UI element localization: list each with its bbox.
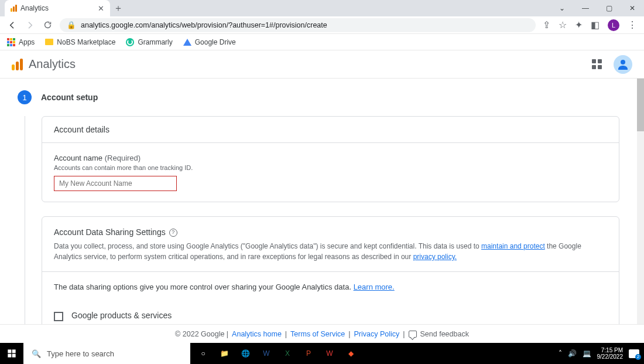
- svg-rect-2: [12, 349, 16, 353]
- account-name-input[interactable]: [54, 176, 177, 191]
- new-tab-button[interactable]: ＋: [110, 0, 126, 16]
- feedback-icon: [409, 331, 417, 338]
- link-privacy-policy[interactable]: privacy policy.: [413, 253, 457, 261]
- tray-clock[interactable]: 7:15 PM 9/22/2022: [597, 347, 624, 360]
- close-window-button[interactable]: ✕: [621, 0, 644, 16]
- data-sharing-card: Account Data Sharing Settings ? Data you…: [42, 216, 619, 324]
- bookmark-nobs[interactable]: NoBS Marketplace: [45, 38, 115, 46]
- taskbar-excel-icon[interactable]: X: [277, 343, 298, 364]
- share-icon[interactable]: ⇪: [543, 19, 550, 30]
- account-name-hint: Accounts can contain more than one track…: [54, 164, 607, 171]
- step-title: Account setup: [41, 93, 98, 102]
- taskbar-app-icon[interactable]: W: [319, 343, 340, 364]
- reload-button[interactable]: [42, 21, 53, 29]
- option-google-products: Google products & services If you have e…: [42, 302, 619, 325]
- taskbar-word-icon[interactable]: W: [256, 343, 277, 364]
- data-sharing-title: Account Data Sharing Settings ?: [54, 226, 607, 239]
- footer-link-privacy[interactable]: Privacy Policy: [354, 330, 399, 338]
- link-learn-more[interactable]: Learn more.: [354, 283, 395, 291]
- tray-network-icon[interactable]: 💻: [583, 349, 591, 358]
- start-button[interactable]: [0, 343, 23, 364]
- forward-button[interactable]: [25, 21, 35, 30]
- taskbar-brave-icon[interactable]: ◆: [340, 343, 361, 364]
- taskbar-explorer-icon[interactable]: 📁: [214, 343, 235, 364]
- option-title: Google products & services: [71, 311, 607, 320]
- tray-chevron-icon[interactable]: ˄: [559, 349, 562, 358]
- brand[interactable]: Analytics: [12, 57, 76, 71]
- bookmark-gdrive[interactable]: Google Drive: [183, 38, 236, 46]
- footer-link-feedback[interactable]: Send feedback: [420, 330, 469, 338]
- extensions-icon[interactable]: ✦: [575, 19, 583, 30]
- page-footer: © 2022 Google | Analytics home| Terms of…: [0, 324, 644, 343]
- bookmark-apps[interactable]: Apps: [7, 38, 35, 46]
- scrollbar-track[interactable]: [637, 79, 644, 324]
- browser-tab-strip: Analytics ✕ ＋ ⌄ — ▢ ✕: [0, 0, 644, 16]
- tabs-dropdown-icon[interactable]: ⌄: [550, 0, 574, 16]
- card-title-account-details: Account details: [42, 117, 619, 143]
- profile-avatar[interactable]: L: [608, 19, 619, 31]
- scrollbar-thumb[interactable]: [637, 79, 644, 131]
- bookmarks-bar: Apps NoBS Marketplace Grammarly Google D…: [0, 34, 644, 50]
- star-icon[interactable]: ☆: [559, 19, 567, 30]
- browser-menu-icon[interactable]: ⋮: [628, 19, 637, 30]
- search-icon: 🔍: [32, 349, 41, 358]
- svg-rect-1: [8, 349, 11, 353]
- taskbar-cortana-icon[interactable]: ○: [193, 343, 214, 364]
- side-panel-icon[interactable]: ◧: [591, 19, 600, 30]
- svg-rect-4: [12, 354, 16, 358]
- close-tab-icon[interactable]: ✕: [98, 4, 104, 13]
- taskbar-search[interactable]: 🔍 Type here to search: [23, 343, 190, 364]
- analytics-favicon: [11, 5, 17, 12]
- window-controls: ⌄ — ▢ ✕: [550, 0, 644, 16]
- apps-icon: [7, 38, 15, 46]
- app-header: Analytics: [0, 50, 644, 79]
- url-text: analytics.google.com/analytics/web/provi…: [81, 21, 327, 29]
- step-number-badge: 1: [18, 90, 32, 104]
- browser-tab-analytics[interactable]: Analytics ✕: [5, 0, 110, 16]
- taskbar-chrome-icon[interactable]: 🌐: [235, 343, 256, 364]
- folder-icon: [45, 39, 53, 45]
- tab-title: Analytics: [20, 4, 49, 12]
- back-button[interactable]: [7, 21, 18, 30]
- svg-point-0: [621, 60, 625, 64]
- step-header: 1 Account setup: [18, 90, 619, 104]
- content-viewport: 1 Account setup Account details Account …: [0, 79, 644, 324]
- gdrive-icon: [183, 39, 191, 46]
- maximize-button[interactable]: ▢: [597, 0, 621, 16]
- account-name-label: Account name (Required): [54, 154, 607, 162]
- analytics-logo-icon: [12, 59, 23, 70]
- footer-copyright: © 2022 Google |: [175, 330, 228, 338]
- address-bar: 🔒 analytics.google.com/analytics/web/pro…: [0, 16, 644, 34]
- brand-name: Analytics: [29, 57, 76, 71]
- footer-link-tos[interactable]: Terms of Service: [290, 330, 345, 338]
- minimize-button[interactable]: —: [574, 0, 597, 16]
- data-sharing-intro: The data sharing options give you more c…: [54, 283, 354, 291]
- url-field[interactable]: 🔒 analytics.google.com/analytics/web/pro…: [60, 18, 536, 32]
- link-maintain-protect[interactable]: maintain and protect: [481, 242, 545, 250]
- data-sharing-desc: Data you collect, process, and store usi…: [54, 241, 607, 262]
- svg-rect-3: [8, 354, 11, 358]
- windows-taskbar: 🔍 Type here to search ○ 📁 🌐 W X P W ◆ ˄ …: [0, 343, 644, 364]
- user-avatar[interactable]: [614, 55, 632, 74]
- lock-icon: 🔒: [67, 21, 76, 29]
- apps-grid-icon[interactable]: [592, 59, 602, 69]
- footer-link-home[interactable]: Analytics home: [232, 330, 282, 338]
- help-icon[interactable]: ?: [169, 229, 177, 237]
- grammarly-icon: [126, 38, 134, 46]
- taskbar-powerpoint-icon[interactable]: P: [298, 343, 319, 364]
- tray-notifications-icon[interactable]: [629, 349, 639, 358]
- account-details-card: Account details Account name (Required) …: [42, 116, 619, 202]
- checkbox-google-products[interactable]: [54, 312, 63, 321]
- tray-volume-icon[interactable]: 🔊: [568, 349, 577, 358]
- bookmark-grammarly[interactable]: Grammarly: [126, 38, 172, 46]
